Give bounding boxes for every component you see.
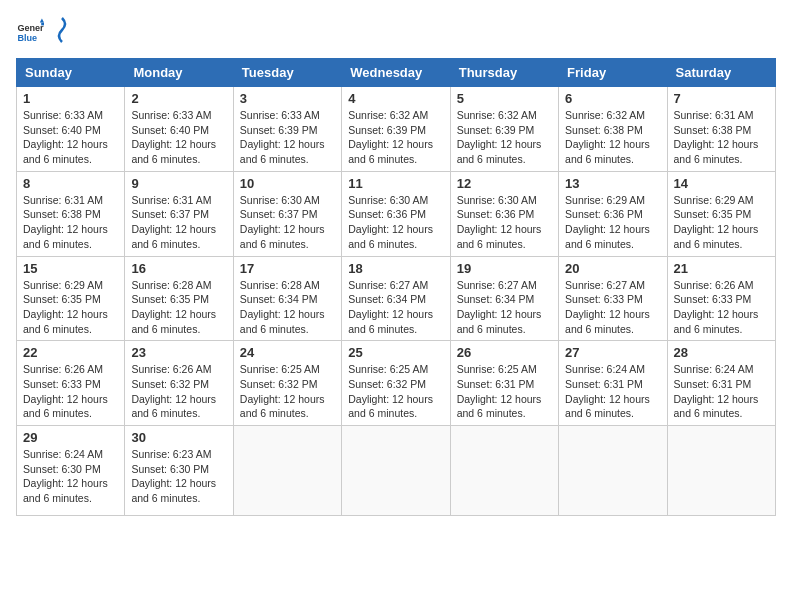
sunset-label: Sunset: 6:31 PM [565, 378, 643, 390]
sunset-label: Sunset: 6:33 PM [674, 293, 752, 305]
daylight-label: Daylight: 12 hours and 6 minutes. [131, 223, 216, 250]
daylight-label: Daylight: 12 hours and 6 minutes. [131, 393, 216, 420]
day-number: 5 [457, 91, 552, 106]
svg-text:Blue: Blue [17, 33, 37, 43]
column-header-tuesday: Tuesday [233, 59, 341, 87]
day-number: 2 [131, 91, 226, 106]
calendar-cell: 8 Sunrise: 6:31 AM Sunset: 6:38 PM Dayli… [17, 171, 125, 256]
sunset-label: Sunset: 6:39 PM [457, 124, 535, 136]
day-number: 24 [240, 345, 335, 360]
page-header: General Blue [16, 16, 776, 46]
sunrise-label: Sunrise: 6:25 AM [457, 363, 537, 375]
sunset-label: Sunset: 6:38 PM [565, 124, 643, 136]
day-info: Sunrise: 6:25 AM Sunset: 6:32 PM Dayligh… [240, 362, 335, 421]
daylight-label: Daylight: 12 hours and 6 minutes. [23, 477, 108, 504]
column-header-monday: Monday [125, 59, 233, 87]
sunrise-label: Sunrise: 6:29 AM [565, 194, 645, 206]
calendar-week-row: 8 Sunrise: 6:31 AM Sunset: 6:38 PM Dayli… [17, 171, 776, 256]
column-header-thursday: Thursday [450, 59, 558, 87]
daylight-label: Daylight: 12 hours and 6 minutes. [348, 138, 433, 165]
daylight-label: Daylight: 12 hours and 6 minutes. [674, 223, 759, 250]
day-number: 18 [348, 261, 443, 276]
sunset-label: Sunset: 6:34 PM [240, 293, 318, 305]
sunset-label: Sunset: 6:39 PM [240, 124, 318, 136]
day-info: Sunrise: 6:25 AM Sunset: 6:32 PM Dayligh… [348, 362, 443, 421]
day-number: 1 [23, 91, 118, 106]
calendar-cell: 29 Sunrise: 6:24 AM Sunset: 6:30 PM Dayl… [17, 426, 125, 516]
day-info: Sunrise: 6:33 AM Sunset: 6:40 PM Dayligh… [23, 108, 118, 167]
calendar-cell: 20 Sunrise: 6:27 AM Sunset: 6:33 PM Dayl… [559, 256, 667, 341]
day-number: 14 [674, 176, 769, 191]
day-number: 7 [674, 91, 769, 106]
calendar-cell: 21 Sunrise: 6:26 AM Sunset: 6:33 PM Dayl… [667, 256, 775, 341]
calendar-cell: 11 Sunrise: 6:30 AM Sunset: 6:36 PM Dayl… [342, 171, 450, 256]
day-info: Sunrise: 6:32 AM Sunset: 6:39 PM Dayligh… [348, 108, 443, 167]
sunrise-label: Sunrise: 6:24 AM [674, 363, 754, 375]
daylight-label: Daylight: 12 hours and 6 minutes. [457, 223, 542, 250]
daylight-label: Daylight: 12 hours and 6 minutes. [565, 393, 650, 420]
calendar-cell: 24 Sunrise: 6:25 AM Sunset: 6:32 PM Dayl… [233, 341, 341, 426]
day-number: 13 [565, 176, 660, 191]
calendar-cell: 19 Sunrise: 6:27 AM Sunset: 6:34 PM Dayl… [450, 256, 558, 341]
calendar-cell: 6 Sunrise: 6:32 AM Sunset: 6:38 PM Dayli… [559, 87, 667, 172]
day-number: 27 [565, 345, 660, 360]
calendar-cell: 4 Sunrise: 6:32 AM Sunset: 6:39 PM Dayli… [342, 87, 450, 172]
sunrise-label: Sunrise: 6:29 AM [23, 279, 103, 291]
daylight-label: Daylight: 12 hours and 6 minutes. [240, 223, 325, 250]
svg-marker-3 [41, 23, 44, 26]
column-header-sunday: Sunday [17, 59, 125, 87]
svg-text:General: General [17, 23, 44, 33]
daylight-label: Daylight: 12 hours and 6 minutes. [457, 138, 542, 165]
day-info: Sunrise: 6:24 AM Sunset: 6:31 PM Dayligh… [674, 362, 769, 421]
sunrise-label: Sunrise: 6:26 AM [131, 363, 211, 375]
calendar-cell: 15 Sunrise: 6:29 AM Sunset: 6:35 PM Dayl… [17, 256, 125, 341]
sunset-label: Sunset: 6:31 PM [674, 378, 752, 390]
sunset-label: Sunset: 6:34 PM [457, 293, 535, 305]
day-number: 16 [131, 261, 226, 276]
sunrise-label: Sunrise: 6:25 AM [348, 363, 428, 375]
sunset-label: Sunset: 6:32 PM [348, 378, 426, 390]
day-info: Sunrise: 6:27 AM Sunset: 6:33 PM Dayligh… [565, 278, 660, 337]
sunset-label: Sunset: 6:30 PM [131, 463, 209, 475]
day-info: Sunrise: 6:32 AM Sunset: 6:39 PM Dayligh… [457, 108, 552, 167]
sunrise-label: Sunrise: 6:27 AM [457, 279, 537, 291]
calendar-cell: 13 Sunrise: 6:29 AM Sunset: 6:36 PM Dayl… [559, 171, 667, 256]
daylight-label: Daylight: 12 hours and 6 minutes. [131, 477, 216, 504]
daylight-label: Daylight: 12 hours and 6 minutes. [23, 223, 108, 250]
sunrise-label: Sunrise: 6:24 AM [565, 363, 645, 375]
sunrise-label: Sunrise: 6:32 AM [348, 109, 428, 121]
calendar-cell: 22 Sunrise: 6:26 AM Sunset: 6:33 PM Dayl… [17, 341, 125, 426]
sunrise-label: Sunrise: 6:27 AM [565, 279, 645, 291]
day-info: Sunrise: 6:31 AM Sunset: 6:38 PM Dayligh… [674, 108, 769, 167]
sunrise-label: Sunrise: 6:28 AM [240, 279, 320, 291]
sunset-label: Sunset: 6:32 PM [131, 378, 209, 390]
sunrise-label: Sunrise: 6:33 AM [23, 109, 103, 121]
calendar-cell [450, 426, 558, 516]
sunset-label: Sunset: 6:32 PM [240, 378, 318, 390]
day-info: Sunrise: 6:25 AM Sunset: 6:31 PM Dayligh… [457, 362, 552, 421]
sunrise-label: Sunrise: 6:30 AM [457, 194, 537, 206]
calendar-cell: 30 Sunrise: 6:23 AM Sunset: 6:30 PM Dayl… [125, 426, 233, 516]
column-header-wednesday: Wednesday [342, 59, 450, 87]
calendar-cell: 12 Sunrise: 6:30 AM Sunset: 6:36 PM Dayl… [450, 171, 558, 256]
day-info: Sunrise: 6:29 AM Sunset: 6:35 PM Dayligh… [674, 193, 769, 252]
day-number: 25 [348, 345, 443, 360]
sunset-label: Sunset: 6:34 PM [348, 293, 426, 305]
daylight-label: Daylight: 12 hours and 6 minutes. [240, 138, 325, 165]
calendar-cell [667, 426, 775, 516]
sunrise-label: Sunrise: 6:30 AM [348, 194, 428, 206]
daylight-label: Daylight: 12 hours and 6 minutes. [131, 138, 216, 165]
calendar-cell: 26 Sunrise: 6:25 AM Sunset: 6:31 PM Dayl… [450, 341, 558, 426]
daylight-label: Daylight: 12 hours and 6 minutes. [23, 138, 108, 165]
sunrise-label: Sunrise: 6:26 AM [674, 279, 754, 291]
sunset-label: Sunset: 6:35 PM [674, 208, 752, 220]
sunrise-label: Sunrise: 6:33 AM [131, 109, 211, 121]
daylight-label: Daylight: 12 hours and 6 minutes. [457, 308, 542, 335]
sunrise-label: Sunrise: 6:27 AM [348, 279, 428, 291]
day-number: 8 [23, 176, 118, 191]
daylight-label: Daylight: 12 hours and 6 minutes. [565, 308, 650, 335]
calendar-header-row: SundayMondayTuesdayWednesdayThursdayFrid… [17, 59, 776, 87]
calendar-cell: 7 Sunrise: 6:31 AM Sunset: 6:38 PM Dayli… [667, 87, 775, 172]
calendar-week-row: 15 Sunrise: 6:29 AM Sunset: 6:35 PM Dayl… [17, 256, 776, 341]
day-number: 23 [131, 345, 226, 360]
